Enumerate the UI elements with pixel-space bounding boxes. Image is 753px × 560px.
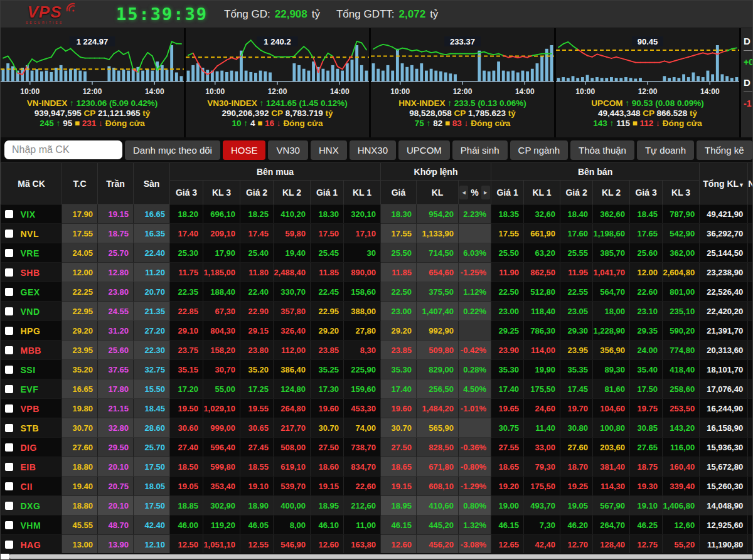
bid-vol3[interactable]: 1,029,10 bbox=[203, 399, 240, 418]
col-header-ask-vol1[interactable]: KL 1 bbox=[524, 181, 560, 204]
col-header-bid-vol3[interactable]: KL 3 bbox=[203, 181, 240, 204]
ask-vol1[interactable]: 118,40 bbox=[524, 302, 560, 321]
ask-price2[interactable]: 35.35 bbox=[560, 360, 593, 379]
bid-price3[interactable]: 18.50 bbox=[170, 457, 203, 477]
ask-vol1[interactable]: 175,50 bbox=[524, 379, 560, 399]
ticker-symbol[interactable]: SSI bbox=[21, 364, 36, 374]
match-vol[interactable]: 1,484,20 bbox=[417, 399, 459, 418]
bid-vol1[interactable]: 212,60 bbox=[344, 496, 381, 515]
bid-price1[interactable]: 22.45 bbox=[311, 282, 344, 302]
match-pct[interactable]: -0.80% bbox=[459, 457, 491, 477]
total-volume[interactable]: 12,925,60 bbox=[700, 515, 748, 535]
ask-price3[interactable]: 23.10 bbox=[630, 302, 663, 321]
total-volume[interactable]: 23,238,90 bbox=[700, 263, 748, 282]
tab-phái-sinh[interactable]: Phái sinh bbox=[452, 140, 508, 160]
ask-vol1[interactable]: 114,00 bbox=[524, 341, 560, 360]
bid-vol2[interactable]: 508,00 bbox=[274, 438, 311, 457]
match-price[interactable]: 18.95 bbox=[381, 496, 417, 515]
bid-price2[interactable]: 18.25 bbox=[240, 204, 274, 224]
col-header-reference[interactable]: T.C bbox=[62, 163, 98, 204]
ask-price3[interactable]: 19.75 bbox=[630, 399, 663, 418]
bid-vol3[interactable]: 1,051,10 bbox=[203, 535, 240, 554]
ask-vol3[interactable]: 542,90 bbox=[663, 224, 700, 243]
col-header-bid-price3[interactable]: Giá 3 bbox=[170, 181, 203, 204]
bid-vol1[interactable]: 11,00 bbox=[344, 515, 381, 535]
ticker-symbol[interactable]: HAG bbox=[21, 539, 41, 549]
bid-vol2[interactable]: 264,80 bbox=[274, 399, 311, 418]
row-checkbox[interactable] bbox=[5, 385, 13, 393]
ask-vol2[interactable]: 381,40 bbox=[593, 457, 630, 477]
ask-vol1[interactable]: 33,00 bbox=[524, 438, 560, 457]
row-checkbox[interactable] bbox=[5, 366, 13, 374]
symbol-cell[interactable]: VHM bbox=[1, 515, 62, 535]
ask-price3[interactable]: 46.25 bbox=[630, 515, 663, 535]
symbol-cell[interactable]: NVL bbox=[1, 224, 62, 243]
match-pct[interactable]: 0.28% bbox=[459, 360, 491, 379]
match-vol[interactable]: 829,00 bbox=[417, 360, 459, 379]
ask-price1[interactable]: 35.30 bbox=[491, 360, 524, 379]
ask-price1[interactable]: 46.15 bbox=[491, 515, 524, 535]
ask-price3[interactable]: 27.65 bbox=[630, 438, 663, 457]
match-price[interactable]: 35.30 bbox=[381, 360, 417, 379]
ask-price2[interactable]: 23.05 bbox=[560, 302, 593, 321]
row-checkbox[interactable] bbox=[5, 307, 13, 315]
ask-price3[interactable]: 35.40 bbox=[630, 360, 663, 379]
col-header-ask-vol3[interactable]: KL 3 bbox=[663, 181, 700, 204]
ask-vol1[interactable]: 19,90 bbox=[524, 360, 560, 379]
bid-vol1[interactable]: 320,10 bbox=[344, 204, 381, 224]
bid-price1[interactable]: 29.20 bbox=[311, 321, 344, 341]
match-vol[interactable]: 565,90 bbox=[417, 418, 459, 438]
bid-vol3[interactable]: 30,70 bbox=[203, 360, 240, 379]
match-pct[interactable] bbox=[459, 224, 491, 243]
total-volume[interactable]: 15,260,30 bbox=[700, 477, 748, 496]
ask-vol2[interactable]: 385,70 bbox=[593, 243, 630, 263]
symbol-cell[interactable]: VPB bbox=[1, 399, 62, 418]
bid-price1[interactable]: 17.30 bbox=[311, 379, 344, 399]
total-volume[interactable]: 11,190,80 bbox=[700, 535, 748, 554]
bid-vol2[interactable]: 19,40 bbox=[274, 243, 311, 263]
ask-vol3[interactable]: 235,10 bbox=[663, 302, 700, 321]
ask-price2[interactable]: 17.45 bbox=[560, 379, 593, 399]
match-vol[interactable]: 509,80 bbox=[417, 341, 459, 360]
bid-vol2[interactable]: 124,80 bbox=[274, 379, 311, 399]
bid-vol2[interactable]: 386,40 bbox=[274, 360, 311, 379]
ask-price1[interactable]: 30.75 bbox=[491, 418, 524, 438]
ask-vol1[interactable]: 24,60 bbox=[524, 399, 560, 418]
total-volume[interactable]: 18,101,70 bbox=[700, 360, 748, 379]
bid-vol2[interactable]: 330,70 bbox=[274, 282, 311, 302]
bid-vol3[interactable]: 209,10 bbox=[203, 224, 240, 243]
match-price[interactable]: 12.60 bbox=[381, 535, 417, 554]
match-price[interactable]: 46.15 bbox=[381, 515, 417, 535]
match-vol[interactable]: 608,10 bbox=[417, 477, 459, 496]
bid-price1[interactable]: 23.85 bbox=[311, 341, 344, 360]
bid-vol3[interactable]: 596,40 bbox=[203, 438, 240, 457]
ask-price3[interactable]: 17.50 bbox=[630, 379, 663, 399]
row-checkbox[interactable] bbox=[5, 268, 13, 277]
match-vol[interactable]: 714,50 bbox=[417, 243, 459, 263]
ask-vol3[interactable]: 362,00 bbox=[663, 243, 700, 263]
match-price[interactable]: 27.50 bbox=[381, 438, 417, 457]
total-volume[interactable]: 17,076,40 bbox=[700, 379, 748, 399]
bid-price1[interactable]: 19.60 bbox=[311, 399, 344, 418]
ask-price2[interactable]: 19.05 bbox=[560, 496, 593, 515]
match-pct[interactable]: 0.22% bbox=[459, 302, 491, 321]
ask-price3[interactable]: 18.75 bbox=[630, 457, 663, 477]
ask-vol2[interactable]: 104,60 bbox=[593, 399, 630, 418]
bid-vol3[interactable]: 158,20 bbox=[203, 341, 240, 360]
col-header-ask-price2[interactable]: Giá 2 bbox=[560, 181, 593, 204]
ask-price2[interactable]: 11.95 bbox=[560, 263, 593, 282]
bid-vol2[interactable]: 326,40 bbox=[274, 321, 311, 341]
ask-vol3[interactable]: 253,50 bbox=[663, 399, 700, 418]
bid-price3[interactable]: 17.20 bbox=[170, 379, 203, 399]
bid-price2[interactable]: 35.20 bbox=[240, 360, 274, 379]
bid-price2[interactable]: 11.80 bbox=[240, 263, 274, 282]
ask-vol3[interactable]: 12,60 bbox=[663, 515, 700, 535]
bid-price2[interactable]: 12.55 bbox=[240, 535, 274, 554]
bid-price1[interactable]: 30.70 bbox=[311, 418, 344, 438]
match-pct[interactable]: -0.36% bbox=[459, 438, 491, 457]
match-pct[interactable]: 0.80% bbox=[459, 496, 491, 515]
bid-price2[interactable]: 18.90 bbox=[240, 496, 274, 515]
ask-price1[interactable]: 12.65 bbox=[491, 535, 524, 554]
bid-price3[interactable]: 12.50 bbox=[170, 535, 203, 554]
ask-vol1[interactable]: 493,70 bbox=[524, 496, 560, 515]
